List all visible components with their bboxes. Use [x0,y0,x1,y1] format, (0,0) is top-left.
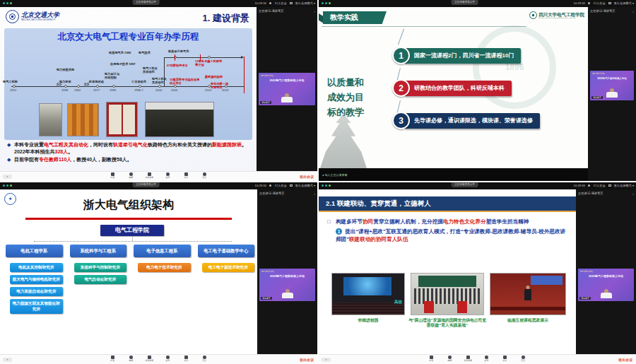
toolbar-button[interactable]: 视频 [124,172,139,179]
exit-fullscreen-button[interactable]: 退出全屏模式 ▾ [614,1,634,5]
toolbar-button[interactable]: 共享屏幕 [143,172,157,179]
text-segment: 电力特色文化养分 [443,218,486,225]
toolbar-button[interactable]: 更多 [198,172,212,179]
participants-count[interactable]: 17人在会 [593,184,605,187]
speaker-silhouette [605,88,619,99]
paragraph-1: □ 构建多环节协同贯穿立德树人机制，充分挖掘电力特色文化养分塑造学生担当精神 [327,218,569,225]
participants-count[interactable]: 17人在会 [274,1,286,5]
toolbar-icon [522,356,525,359]
speaker-video-tile[interactable]: 电气学科论坛 2022电气工程学科线上论坛 演讲嘉宾 [590,71,634,100]
toolbar-icon [111,356,114,359]
exit-fullscreen-button[interactable]: 退出全屏模式 ▾ [295,1,315,5]
audio-device-button[interactable]: ▾ [322,358,331,362]
video-sidebar: 正在讲话:演讲嘉宾 ‹ 电气学科论坛 2022电气工程学科线上论坛 演讲嘉宾 [257,7,317,171]
thumb-banner: 2022电气工程学科线上论坛 [594,76,631,79]
active-speaker-row[interactable]: 正在讲话:演讲嘉宾 ‹ [576,189,636,195]
speaker-video-tile[interactable]: 电气学科论坛 2022电气工程学科线上论坛 演讲嘉宾 [259,73,315,105]
timeline-label: 电力机车 [59,80,71,83]
audio-device-button[interactable]: ▾ [3,175,12,179]
bullet-segment: 328人 [55,149,69,154]
toolbar-button[interactable]: 更多 [517,356,531,362]
toolbar-icon [203,172,206,176]
active-speaker-row[interactable]: 正在讲话:演讲嘉宾 ‹ [588,7,636,13]
toolbar-icon [448,356,452,359]
toolbar-icon [485,356,488,359]
slide-title: 浙大电气组织架构 [0,198,257,213]
leave-meeting-button[interactable]: 退出会议 [618,358,632,362]
org-root-node: 电气工程学院 [100,225,164,236]
toolbar-button[interactable]: 静音 [425,356,439,362]
toolbar-button[interactable]: 共享屏幕 [143,356,157,362]
text-segment: 塑造学生担当精神 [486,218,529,225]
screen-share-pill: 正在观看屏幕共享 [132,182,160,187]
window-control-dots[interactable] [322,2,331,4]
toolbar-button[interactable]: 静音 [106,172,120,179]
photo-old-gate [39,103,62,136]
toolbar-button[interactable]: 更多 [198,356,212,362]
speaker-name-tag: 演讲嘉宾 [261,297,272,300]
leave-meeting-button[interactable]: 退出会议 [300,175,314,179]
bullet-segment: 铁路特色方向和全英文授课的 [148,142,212,147]
speaker-silhouette [280,93,294,104]
toolbar-button[interactable]: 成员 [179,356,194,362]
toolbar-button[interactable]: 视频 [443,356,457,362]
participants-count[interactable]: 17人在会 [274,184,286,187]
thumb-chip: 电气学科论坛 [592,72,605,75]
window-control-dots[interactable] [3,184,12,187]
audio-device-button[interactable]: ▾ [3,358,12,362]
toolbar-button[interactable]: 视频 [124,356,139,362]
timeline-label: 铁道电气化 1995 [109,51,131,54]
toolbar-button[interactable]: 邀请 [161,356,175,362]
collapse-icon[interactable]: ‹ [314,192,315,195]
org-institute: 电气自动化研究所 [74,275,127,284]
toolbar-button[interactable]: 邀请 [161,172,175,179]
speaker-video-tile[interactable]: 电气学科论坛 2022电气工程学科线上论坛 演讲嘉宾 [578,269,634,301]
exit-fullscreen-button[interactable]: 退出全屏模式 ▾ [295,184,315,187]
toolbar-button[interactable]: 成员 [179,172,194,179]
text-segment: 协同 [363,218,373,225]
timeline-milestone-red: 15教育部专业综合改革试点专业 [170,78,202,85]
org-connector [132,236,133,241]
leave-meeting-button[interactable]: 退出会议 [300,358,314,362]
timeline-milestone-red: 07国家特色专业 [167,64,188,67]
window-control-dots[interactable] [322,184,331,187]
screen-share-pill: 正在观看屏幕共享 [451,182,478,187]
collapse-icon[interactable]: ‹ [314,10,315,13]
toolbar-icon [166,172,170,176]
thumb-chip: 电气学科论坛 [261,270,274,273]
bullet-segment: ，教授40人，副教授58人。 [71,157,132,162]
org-dept: 系统科学与工程系 [70,245,127,257]
speaker-video-tile[interactable]: 电气学科论坛 2022电气工程学科线上论坛 演讲嘉宾 [259,269,315,301]
circled-number-icon: 1 [336,228,342,235]
window-titlebar: 正在观看屏幕共享 10:29:34 17人在会 退出全屏模式 ▾ [0,0,317,7]
active-speaker-label: 正在讲话:演讲嘉宾 [590,9,616,13]
active-speaker-row[interactable]: 正在讲话:演讲嘉宾 ‹ [257,7,317,13]
org-dept: 电子信息工程系 [134,245,191,257]
bullet-segment: 本科专业设置 [14,142,44,147]
toolbar-button[interactable]: 邀请 [480,356,494,362]
collapse-icon[interactable]: ‹ [632,192,634,195]
meeting-time: 10:29:34 [574,184,585,187]
toolbar-button[interactable]: 成员 [498,356,512,362]
window-control-dots[interactable] [3,2,12,4]
participants-icon [588,184,591,187]
timeline-year: 1995 [110,88,116,92]
item-number: 1 [392,47,410,64]
share-indicator-strip: ● 他人正在共享屏幕 [319,168,588,181]
timeline-year: 2005 [171,88,177,92]
active-speaker-row[interactable]: 正在讲话:演讲嘉宾 ‹ [257,189,317,195]
participants-icon [588,2,591,5]
toolbar-button[interactable]: 静音 [106,356,120,362]
meeting-time: 10:29:34 [255,1,266,5]
meeting-window-scu: 正在观看屏幕共享 10:29:34 17人在会 退出全屏模式 ▾ 教学实践 四川… [319,0,636,181]
participants-count[interactable]: 17人在会 [593,1,605,5]
bullet-segment: ，同时设有 [88,142,113,147]
header-underline [319,211,576,212]
toolbar-button[interactable]: 共享屏幕 [461,356,476,362]
window-titlebar: 正在观看屏幕共享 10:29:34 17人在会 退出全屏模式 ▾ [0,182,317,189]
org-column-1: 电机工程学系 电机及其控制研究所航天电气与微特电机研究所电力系统自动化研究所电力… [6,245,63,314]
exit-fullscreen-button[interactable]: 退出全屏模式 ▾ [614,184,634,187]
timeline-year: 1977 [93,88,100,92]
timeline-label: 工业自动化 [131,80,146,83]
collapse-icon[interactable]: ‹ [632,10,634,13]
